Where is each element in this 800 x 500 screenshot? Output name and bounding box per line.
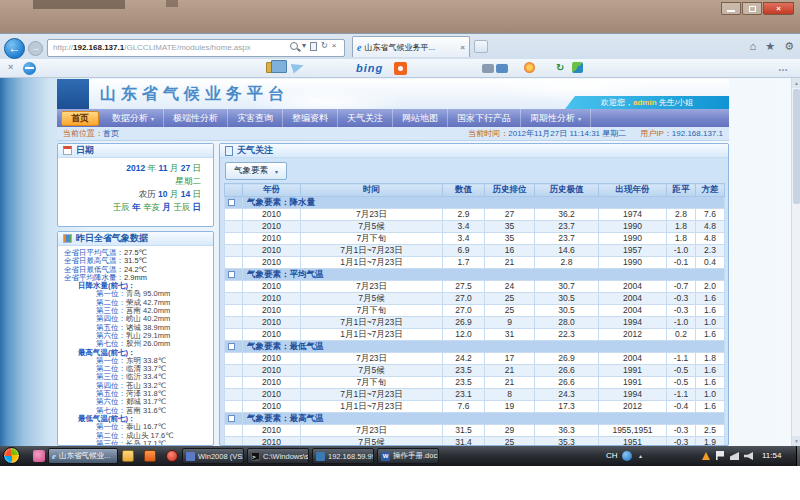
scrollbar-thumb[interactable] <box>793 89 800 204</box>
table-cell: 1.6 <box>696 305 725 317</box>
new-tab-button[interactable] <box>474 40 488 53</box>
nav-item-label: 国家下行产品 <box>457 112 511 125</box>
element-filter-button[interactable]: 气象要素 ▾ <box>225 162 287 180</box>
table-cell: 31 <box>485 329 535 341</box>
home-icon[interactable]: ⌂ <box>750 40 757 53</box>
tray-app-icon[interactable] <box>622 451 632 461</box>
table-row: 20107月23日27.52430.72004-0.72.0 <box>225 281 725 293</box>
status-right: 当前时间：2012年11月27日 11:14:31 星期二用户IP：192.16… <box>468 127 723 140</box>
maximize-button[interactable] <box>742 2 762 15</box>
table-cell: 1951 <box>599 437 667 447</box>
back-button[interactable]: ← <box>4 38 25 59</box>
date-text: 11 <box>158 163 169 173</box>
table-cell: -0.4 <box>667 401 696 413</box>
table-cell: 14.6 <box>535 245 599 257</box>
taskbar-window-1[interactable]: >_C:\Windows\s... <box>247 448 309 464</box>
action-center-flag-icon[interactable] <box>716 451 724 460</box>
collapse-checkbox[interactable] <box>228 199 235 206</box>
favorites-star-icon[interactable]: ★ <box>765 40 775 53</box>
rank-value: 长岛 17.1℃ <box>126 439 166 446</box>
table-cell: 1957 <box>599 245 667 257</box>
minimize-button[interactable] <box>721 2 741 15</box>
table-cell: 24 <box>485 281 535 293</box>
plugin-icon[interactable] <box>572 62 583 73</box>
show-desktop-button[interactable] <box>796 446 800 466</box>
taskbar-ie-window[interactable]: e 山东省气候业... <box>48 448 118 464</box>
row-select-cell <box>225 257 243 269</box>
table-row: 20107月5候3.43523.719901.84.8 <box>225 221 725 233</box>
nav-item-label: 数据分析 <box>112 112 148 125</box>
taskbar-window-3[interactable]: W操作手册.docx ... <box>377 448 439 464</box>
collapse-checkbox[interactable] <box>228 271 235 278</box>
nav-item-5[interactable]: 天气关注 <box>338 109 393 127</box>
compatibility-view-icon[interactable] <box>310 42 317 51</box>
table-cell: 23.5 <box>443 365 485 377</box>
speaker-icon[interactable] <box>744 452 753 460</box>
chevron-down-icon[interactable]: ▾ <box>302 41 306 51</box>
nav-item-8[interactable]: 周期性分析▾ <box>521 109 591 127</box>
nav-item-4[interactable]: 整编资料 <box>283 109 338 127</box>
table-cell: 7月1日~7月23日 <box>301 389 443 401</box>
bing-logo[interactable]: bing <box>356 62 383 74</box>
camera-icon[interactable] <box>482 64 494 73</box>
group-cell <box>225 197 243 209</box>
media-player-icon[interactable] <box>166 450 178 462</box>
language-indicator[interactable]: CH <box>606 451 618 460</box>
settings-gear-icon[interactable]: ⚙ <box>784 40 794 53</box>
table-cell: 1.8 <box>696 353 725 365</box>
row-select-cell <box>225 329 243 341</box>
tab-close-icon[interactable]: × <box>460 43 465 52</box>
nav-item-6[interactable]: 网站地图 <box>393 109 448 127</box>
breadcrumb[interactable]: 首页 <box>103 129 119 138</box>
cards-icon[interactable] <box>266 62 280 73</box>
network-icon[interactable] <box>730 452 739 460</box>
nav-item-0[interactable]: 首页 <box>61 111 99 126</box>
explorer-folder-icon[interactable] <box>122 450 134 462</box>
scroll-down-icon[interactable]: ▼ <box>792 436 800 446</box>
refresh-icon[interactable]: ↻ <box>321 41 328 51</box>
forward-button[interactable]: → <box>28 41 43 56</box>
table-cell: 7月5候 <box>301 437 443 447</box>
video-icon[interactable] <box>496 64 508 73</box>
start-button[interactable] <box>3 447 20 464</box>
table-cell: 1990 <box>599 233 667 245</box>
taskbar-window-2[interactable]: 192.168.59.99... <box>312 448 374 464</box>
clock[interactable]: 11:54 <box>762 451 781 460</box>
nav-item-1[interactable]: 数据分析▾ <box>103 109 164 127</box>
taskbar-window-0[interactable]: Win2008 (VS2... <box>182 448 244 464</box>
tray-expand-icon[interactable]: ▴ <box>639 452 642 459</box>
pinned-app-icon[interactable] <box>144 450 156 462</box>
scroll-up-icon[interactable]: ▲ <box>792 78 800 88</box>
more-options-icon[interactable]: … <box>778 62 788 73</box>
collapse-checkbox[interactable] <box>228 343 235 350</box>
sparkle-icon[interactable] <box>524 62 535 73</box>
search-icon[interactable] <box>290 42 298 50</box>
collapse-checkbox[interactable] <box>228 415 235 422</box>
table-row: 20107月下旬3.43523.719901.84.8 <box>225 233 725 245</box>
browser-tab[interactable]: e 山东省气候业务平... × <box>352 36 470 57</box>
table-cell: 25 <box>485 305 535 317</box>
url-host: 192.168.137.1 <box>73 43 124 52</box>
toolbar-close-icon[interactable]: × <box>8 62 13 72</box>
table-cell: 16 <box>485 245 535 257</box>
nav-item-2[interactable]: 极端性分析 <box>164 109 228 127</box>
background-window-fragment <box>33 0 125 9</box>
bing-badge-icon[interactable] <box>394 62 407 75</box>
table-cell: 27 <box>485 209 535 221</box>
refresh-green-icon[interactable]: ↻ <box>556 62 564 73</box>
date-panel-title: 日期 <box>76 144 94 157</box>
stop-icon[interactable]: × <box>332 41 337 51</box>
paper-plane-icon[interactable] <box>291 60 306 73</box>
pinned-app-icon[interactable] <box>33 450 45 462</box>
table-row: 20107月下旬23.52126.61991-0.51.6 <box>225 377 725 389</box>
table-cell: 9 <box>485 317 535 329</box>
table-row: 20107月5候31.42535.31951-0.31.9 <box>225 437 725 447</box>
nav-item-3[interactable]: 灾害查询 <box>228 109 283 127</box>
scrollbar[interactable]: ▲ ▼ <box>791 78 800 446</box>
alert-icon[interactable] <box>702 452 710 460</box>
table-cell: 35 <box>485 221 535 233</box>
close-button[interactable]: × <box>763 2 794 15</box>
screenshot-tool-icon[interactable] <box>23 62 36 75</box>
nav-item-7[interactable]: 国家下行产品 <box>448 109 521 127</box>
table-cell: -0.5 <box>667 365 696 377</box>
